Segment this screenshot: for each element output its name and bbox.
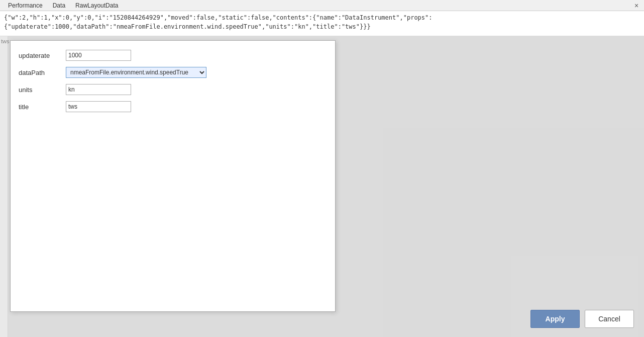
tab-bar: Performance Data RawLayoutData [4, 1, 122, 10]
input-updaterate[interactable] [66, 50, 131, 61]
dialog-overlay: updaterate dataPath nmeaFromFile.environ… [0, 36, 644, 337]
form-row-title: title [17, 98, 329, 115]
top-bar: Performance Data RawLayoutData × [0, 0, 644, 11]
tab-data[interactable]: Data [49, 1, 69, 10]
json-display: {"w":2,"h":1,"x":0,"y":0,"i":"1520844264… [0, 11, 644, 36]
form-row-datapath: dataPath nmeaFromFile.environment.wind.s… [17, 64, 329, 81]
cancel-button[interactable]: Cancel [585, 310, 634, 328]
select-datapath[interactable]: nmeaFromFile.environment.wind.speedTrue [66, 67, 206, 78]
tab-rawlayoutdata[interactable]: RawLayoutData [71, 1, 122, 10]
tab-performance[interactable]: Performance [4, 1, 47, 10]
input-title[interactable] [66, 101, 131, 112]
form-row-updaterate: updaterate [17, 47, 329, 64]
form-table: updaterate dataPath nmeaFromFile.environ… [17, 47, 329, 115]
form-row-units: units [17, 81, 329, 98]
label-datapath: dataPath [17, 64, 62, 81]
dialog-box: updaterate dataPath nmeaFromFile.environ… [10, 40, 336, 312]
main-content: tws updaterate dataPath nme [0, 36, 644, 337]
apply-button[interactable]: Apply [530, 310, 580, 328]
bottom-buttons: Apply Cancel [530, 310, 634, 328]
label-units: units [17, 81, 62, 98]
close-icon[interactable]: × [632, 1, 641, 10]
label-updaterate: updaterate [17, 47, 62, 64]
label-title: title [17, 98, 62, 115]
input-units[interactable] [66, 84, 131, 95]
